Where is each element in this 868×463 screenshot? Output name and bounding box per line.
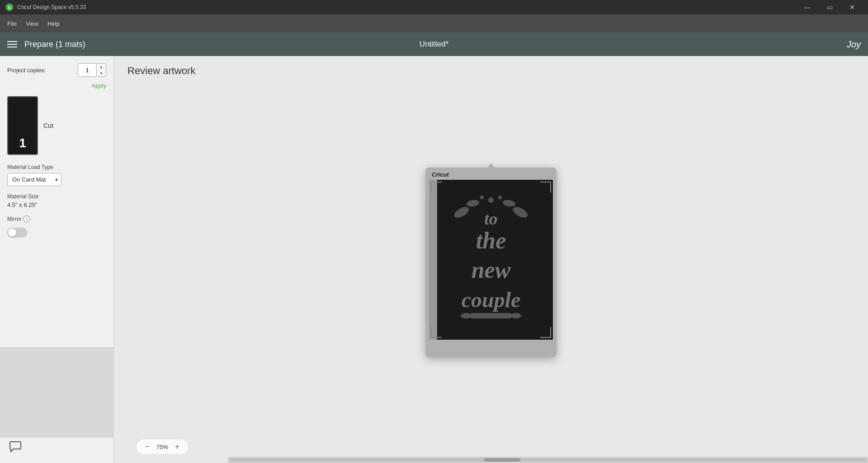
sidebar: Project copies: ▲ ▼ Apply 1 Cut Material… [0,56,114,463]
hamburger-line [7,41,17,42]
mat-thumbnail-number: 1 [19,136,26,150]
mat-bottom-area [429,340,553,362]
project-copies-label: Project copies: [7,67,78,74]
copies-input-wrapper: ▲ ▼ [78,63,106,77]
svg-text:couple: couple [462,288,521,312]
mat-brand-label: Cricut [429,171,553,178]
maximize-button[interactable]: ▭ [819,0,840,14]
sidebar-bottom-icon [7,440,24,456]
chat-icon-button[interactable] [7,440,24,456]
title-bar: C Cricut Design Space v5.5.33 — ▭ ✕ [0,0,868,14]
main-layout: Project copies: ▲ ▼ Apply 1 Cut Material… [0,56,868,463]
horizontal-scrollbar[interactable] [228,457,868,463]
material-load-select[interactable]: On Card Mat [7,173,61,186]
svg-point-7 [480,196,484,199]
svg-point-6 [488,197,494,203]
mirror-toggle[interactable] [7,228,27,238]
app-title: Cricut Design Space v5.5.33 [17,4,86,10]
material-load-section: Material Load Type On Card Mat ▾ [7,164,106,186]
content-area: Review artwork Cricut [114,56,868,463]
sidebar-lower-area [0,347,113,438]
close-button[interactable]: ✕ [842,0,863,14]
menu-item-help[interactable]: Help [47,20,60,27]
chat-icon [9,440,22,453]
svg-point-4 [502,199,516,207]
svg-text:C: C [8,5,11,10]
mat-left-border [429,180,437,340]
copies-input[interactable] [78,64,96,76]
svg-rect-13 [471,313,511,318]
hamburger-line [7,44,17,45]
prepare-title: Prepare (1 mats) [24,40,85,49]
scrollbar-thumb[interactable] [484,458,520,462]
material-size-value: 4.5" x 6.25" [7,201,106,208]
copies-increment-button[interactable]: ▲ [97,64,106,70]
svg-text:to: to [484,209,498,228]
menu-bar: File View Help [0,14,868,33]
material-load-type-label: Material Load Type [7,164,106,170]
menu-item-view[interactable]: View [26,20,38,27]
svg-point-2 [453,205,471,220]
app-icon: C [5,3,14,11]
mirror-label-row: Mirror i [7,215,106,223]
svg-point-8 [498,196,502,199]
mat-thumbnail: 1 [7,96,38,155]
svg-point-5 [511,205,529,220]
zoom-controls: − 75% + [137,440,188,454]
material-size-label: Material Size [7,193,106,200]
material-load-select-wrapper: On Card Mat ▾ [7,173,61,186]
minimize-button[interactable]: — [797,0,817,14]
menu-items: File View Help [7,20,60,27]
mat-top-handle [485,163,497,171]
mat-cut-label: Cut [43,122,53,129]
material-size-section: Material Size 4.5" x 6.25" [7,193,106,208]
copies-decrement-button[interactable]: ▼ [97,70,106,76]
artwork-container: to the new couple [438,189,544,331]
copies-spinners: ▲ ▼ [96,64,106,76]
project-copies-row: Project copies: ▲ ▼ [7,63,106,77]
mirror-toggle-knob [8,229,16,237]
svg-text:the: the [476,228,506,253]
svg-point-15 [510,313,521,318]
apply-button[interactable]: Apply [91,82,106,89]
mat-display-container: Cricut [127,86,854,439]
zoom-level: 75% [156,444,168,450]
mat-inner: to the new couple [429,180,553,340]
mirror-label: Mirror [7,216,21,222]
svg-point-3 [466,199,480,207]
hamburger-line [7,47,17,47]
mat-thumbnail-container: 1 Cut [7,96,106,155]
mirror-section: Mirror i [7,215,106,238]
zoom-in-button[interactable]: + [172,441,183,452]
artwork-svg: to the new couple [439,187,543,332]
svg-point-14 [461,313,472,318]
mat-outer: Cricut [425,168,557,357]
info-icon[interactable]: i [23,215,30,223]
review-artwork-title: Review artwork [127,65,854,77]
svg-text:new: new [472,257,511,283]
zoom-out-button[interactable]: − [142,441,153,452]
user-name: Joy [847,39,861,50]
window-controls: — ▭ ✕ [797,0,863,14]
menu-item-file[interactable]: File [7,20,17,27]
project-name: Untitled* [420,40,448,49]
scrollbar-track [230,458,866,462]
main-toolbar: Prepare (1 mats) Untitled* Joy [0,33,868,56]
hamburger-menu-button[interactable] [7,41,17,47]
mirror-toggle-wrapper [7,226,106,238]
